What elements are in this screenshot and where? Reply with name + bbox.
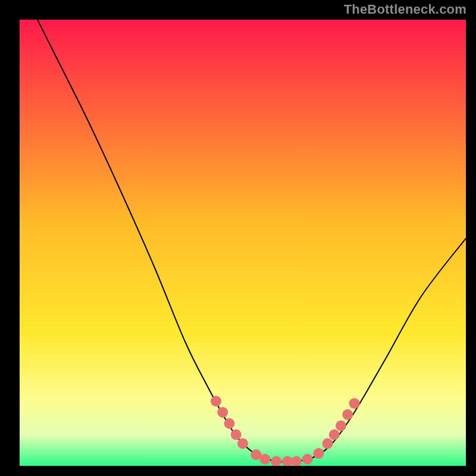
data-marker xyxy=(349,398,360,409)
data-marker xyxy=(237,439,248,449)
data-marker xyxy=(260,454,271,465)
watermark-text: TheBottleneck.com xyxy=(344,2,466,17)
data-marker xyxy=(336,421,346,431)
data-marker xyxy=(329,430,340,440)
data-marker xyxy=(224,418,235,429)
data-marker xyxy=(231,430,242,440)
data-marker xyxy=(314,448,324,459)
data-marker xyxy=(217,407,228,418)
chart-frame xyxy=(20,20,466,466)
chart-background xyxy=(20,20,466,466)
data-marker xyxy=(322,439,333,449)
data-marker xyxy=(342,409,353,420)
data-marker xyxy=(302,454,313,465)
bottleneck-chart xyxy=(20,20,466,466)
data-marker xyxy=(211,396,221,406)
